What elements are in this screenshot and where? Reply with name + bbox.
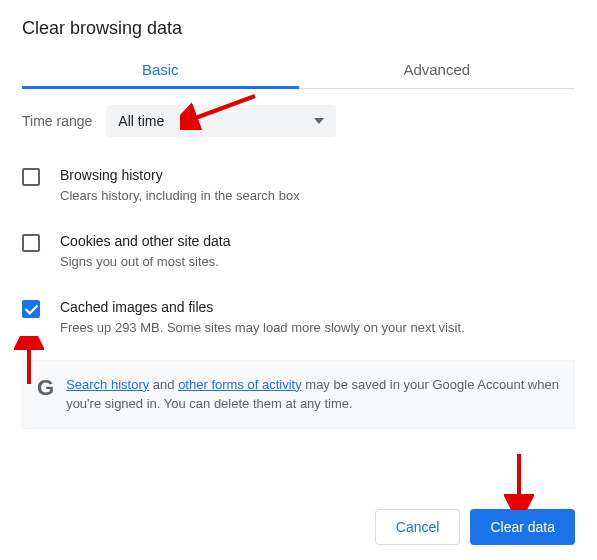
info-text: Search history and other forms of activi…	[66, 375, 560, 414]
option-title: Cookies and other site data	[60, 233, 230, 249]
checkbox-browsing-history[interactable]	[22, 168, 40, 186]
info-box: G Search history and other forms of acti…	[22, 360, 575, 429]
chevron-down-icon	[314, 118, 324, 124]
cancel-button[interactable]: Cancel	[375, 509, 461, 545]
option-desc: Clears history, including in the search …	[60, 187, 300, 205]
checkbox-cookies[interactable]	[22, 234, 40, 252]
time-range-row: Time range All time	[22, 89, 575, 157]
tab-underline	[22, 86, 299, 89]
option-desc: Signs you out of most sites.	[60, 253, 230, 271]
time-range-select[interactable]: All time	[106, 105, 336, 137]
option-desc: Frees up 293 MB. Some sites may load mor…	[60, 319, 465, 337]
tab-bar: Basic Advanced	[22, 49, 575, 89]
time-range-label: Time range	[22, 113, 92, 129]
dialog-title: Clear browsing data	[22, 18, 575, 39]
checkbox-cache[interactable]	[22, 300, 40, 318]
option-cache: Cached images and files Frees up 293 MB.…	[22, 289, 575, 355]
option-title: Cached images and files	[60, 299, 465, 315]
link-search-history[interactable]: Search history	[66, 377, 149, 392]
clear-data-button[interactable]: Clear data	[470, 509, 575, 545]
time-range-value: All time	[118, 113, 164, 129]
annotation-arrow	[504, 450, 534, 510]
button-row: Cancel Clear data	[22, 509, 575, 545]
link-other-activity[interactable]: other forms of activity	[178, 377, 302, 392]
option-title: Browsing history	[60, 167, 300, 183]
option-browsing-history: Browsing history Clears history, includi…	[22, 157, 575, 223]
tab-basic[interactable]: Basic	[22, 49, 299, 88]
option-cookies: Cookies and other site data Signs you ou…	[22, 223, 575, 289]
tab-advanced[interactable]: Advanced	[299, 49, 576, 88]
google-icon: G	[37, 377, 54, 399]
